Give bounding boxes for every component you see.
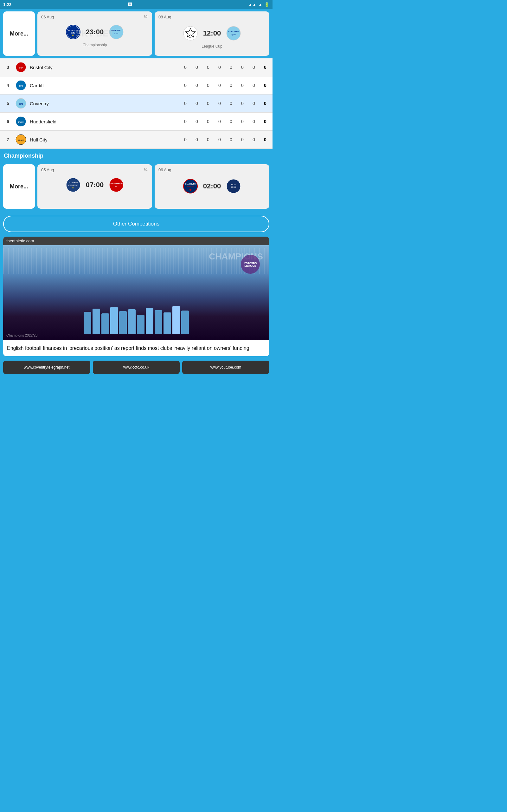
pos-3: 3 bbox=[4, 65, 12, 70]
svg-text:LEICESTER: LEICESTER bbox=[68, 30, 78, 32]
bristol-city-logo: BCF bbox=[15, 61, 26, 73]
bottom-source-cards: www.coventrytelegraph.net www.ccfc.co.uk… bbox=[3, 361, 269, 374]
team-name-coventry: Coventry bbox=[30, 101, 182, 106]
svg-text:CITY: CITY bbox=[114, 33, 118, 35]
source-url-ccfc: www.ccfc.co.uk bbox=[123, 365, 149, 369]
svg-text:COVENTRY: COVENTRY bbox=[228, 31, 239, 33]
trophy-caption: Champions 2022/23 bbox=[6, 334, 38, 337]
cardiff-logo: CFC bbox=[15, 80, 26, 91]
source-card-youtube[interactable]: www.youtube.com bbox=[182, 361, 269, 374]
battery-icon: 🔋 bbox=[264, 2, 269, 7]
top-match-row: More... 06 Aug Vs SKY BET LEICESTER CITY… bbox=[3, 11, 269, 56]
svg-text:FC: FC bbox=[72, 35, 74, 36]
match-teams-1: LEICESTER CITY FC 23:00 COVENTRY CITY bbox=[41, 24, 148, 40]
match-teams-4: BLACKBURN ROVERS 02:00 WEST BROM bbox=[158, 178, 266, 194]
match-teams-3: SHEFFIELD WEDNESDAY FC 07:00 SOUTHAMPTON… bbox=[41, 177, 148, 193]
svg-text:HCAFC: HCAFC bbox=[18, 139, 24, 141]
more-matches-card[interactable]: More... bbox=[3, 11, 35, 56]
league-table: 3 BCF Bristol City 0 0 0 0 0 0 0 0 4 CFC bbox=[0, 58, 273, 149]
svg-text:AFC: AFC bbox=[189, 37, 192, 38]
news-card-athletic[interactable]: theathletic.com bbox=[3, 237, 269, 356]
svg-text:FC: FC bbox=[115, 186, 118, 188]
svg-text:FC: FC bbox=[72, 187, 74, 189]
svg-point-33 bbox=[189, 189, 191, 191]
source-card-telegraph[interactable]: www.coventrytelegraph.net bbox=[3, 361, 90, 374]
news-source-bar: theathletic.com bbox=[3, 237, 269, 245]
match-card-wimbledon-coventry[interactable]: 08 Aug AFC 12:00 COVENTRY CITY bbox=[155, 11, 269, 56]
svg-text:SHEFFIELD: SHEFFIELD bbox=[69, 182, 78, 184]
westbrom-logo: WEST BROM bbox=[225, 178, 242, 194]
players-group bbox=[83, 306, 189, 334]
match-vs-3: Vs bbox=[144, 167, 148, 172]
coventry-stats: 0 0 0 0 0 0 0 0 bbox=[182, 101, 269, 106]
more-champ-label[interactable]: More... bbox=[10, 183, 28, 190]
match-competition-2: League Cup bbox=[158, 44, 266, 49]
android-icon: 🅰 bbox=[128, 2, 132, 7]
svg-text:COVENTRY: COVENTRY bbox=[111, 30, 122, 32]
match-teams-2: AFC 12:00 COVENTRY CITY bbox=[158, 25, 266, 42]
svg-text:BCF: BCF bbox=[19, 67, 23, 69]
match-time-4: 02:00 bbox=[203, 182, 221, 190]
cardiff-stats: 0 0 0 0 0 0 0 0 bbox=[182, 83, 269, 88]
championship-section-label: Championship bbox=[0, 149, 273, 162]
table-row-coventry[interactable]: 5 CCFC Coventry 0 0 0 0 0 0 0 0 bbox=[0, 95, 273, 113]
match-competition-1: Championship bbox=[41, 43, 148, 47]
svg-text:CITY: CITY bbox=[71, 32, 75, 34]
match-date-3: 05 Aug bbox=[41, 167, 148, 172]
match-vs-1: Vs bbox=[144, 14, 148, 19]
status-time: 1:22 bbox=[3, 2, 11, 7]
team-name-bristol: Bristol City bbox=[30, 65, 182, 70]
svg-point-27 bbox=[109, 178, 123, 192]
svg-text:WEST: WEST bbox=[231, 184, 236, 186]
wifi-icon: ▲▲ bbox=[248, 2, 257, 7]
match-card-leicester-coventry[interactable]: 06 Aug Vs SKY BET LEICESTER CITY FC 23:0… bbox=[38, 11, 152, 56]
status-icons: ▲▲ ▲ 🔋 bbox=[248, 2, 269, 7]
table-row[interactable]: 6 HTAFC Huddersfield 0 0 0 0 0 0 0 0 bbox=[0, 113, 273, 131]
news-section: theathletic.com bbox=[3, 237, 269, 356]
team-name-cardiff: Cardiff bbox=[30, 83, 182, 88]
match-time-3: 07:00 bbox=[86, 181, 104, 189]
team1-logo: LEICESTER CITY FC bbox=[65, 24, 81, 40]
svg-point-4 bbox=[109, 25, 123, 39]
blackburn-logo: BLACKBURN ROVERS bbox=[182, 178, 199, 194]
pos-4: 4 bbox=[4, 83, 12, 88]
more-label[interactable]: More... bbox=[10, 31, 28, 37]
source-card-ccfc[interactable]: www.ccfc.co.uk bbox=[93, 361, 180, 374]
match-time-2: 12:00 bbox=[203, 29, 221, 38]
football-celebration-image: Champions 2022/23 CHAMPIONS PREMIER LEAG… bbox=[3, 245, 269, 340]
svg-text:CITY: CITY bbox=[231, 34, 236, 36]
source-url-telegraph: www.coventrytelegraph.net bbox=[24, 365, 69, 369]
coventry-table-logo: CCFC bbox=[15, 98, 26, 109]
source-url-youtube: www.youtube.com bbox=[210, 365, 241, 369]
championship-match-row: More... 05 Aug Vs SHEFFIELD WEDNESDAY FC… bbox=[3, 164, 269, 209]
more-championship-card[interactable]: More... bbox=[3, 164, 35, 209]
top-matches-section: More... 06 Aug Vs SKY BET LEICESTER CITY… bbox=[0, 9, 273, 58]
svg-text:WEDNESDAY: WEDNESDAY bbox=[68, 184, 78, 186]
match-card-blackburn-westbrom[interactable]: 06 Aug BLACKBURN ROVERS 02:00 WEST BRO bbox=[155, 164, 269, 209]
sheffield-logo: SHEFFIELD WEDNESDAY FC bbox=[65, 177, 81, 193]
huddersfield-stats: 0 0 0 0 0 0 0 0 bbox=[182, 119, 269, 124]
svg-text:HTAFC: HTAFC bbox=[18, 121, 24, 123]
hull-city-logo: HCAFC bbox=[15, 134, 26, 145]
table-row[interactable]: 3 BCF Bristol City 0 0 0 0 0 0 0 0 bbox=[0, 58, 273, 77]
other-competitions-button[interactable]: Other Competitions bbox=[3, 216, 269, 232]
wimbledon-logo: AFC bbox=[182, 25, 199, 42]
svg-text:BLACKBURN: BLACKBURN bbox=[185, 183, 195, 185]
svg-text:CFC: CFC bbox=[19, 85, 23, 87]
match-date-2: 08 Aug bbox=[158, 14, 266, 19]
bristol-stats: 0 0 0 0 0 0 0 0 bbox=[182, 65, 269, 70]
championship-matches-section: More... 05 Aug Vs SHEFFIELD WEDNESDAY FC… bbox=[0, 162, 273, 211]
hull-stats: 0 0 0 0 0 0 0 0 bbox=[182, 137, 269, 142]
table-row[interactable]: 4 CFC Cardiff 0 0 0 0 0 0 0 0 bbox=[0, 77, 273, 95]
pos-5: 5 bbox=[4, 101, 12, 106]
signal-icon: ▲ bbox=[258, 2, 262, 7]
pos-6: 6 bbox=[4, 119, 12, 124]
svg-point-10 bbox=[227, 26, 240, 40]
svg-text:BROM: BROM bbox=[231, 186, 236, 188]
match-date-4: 06 Aug bbox=[158, 167, 266, 172]
southampton-logo: SOUTHAMPTON FC bbox=[108, 177, 124, 193]
table-row[interactable]: 7 HCAFC Hull City 0 0 0 0 0 0 0 0 bbox=[0, 131, 273, 149]
pos-7: 7 bbox=[4, 137, 12, 142]
match-card-sheffield-southampton[interactable]: 05 Aug Vs SHEFFIELD WEDNESDAY FC 07:00 S… bbox=[38, 164, 152, 209]
team2-logo: COVENTRY CITY bbox=[108, 24, 124, 40]
